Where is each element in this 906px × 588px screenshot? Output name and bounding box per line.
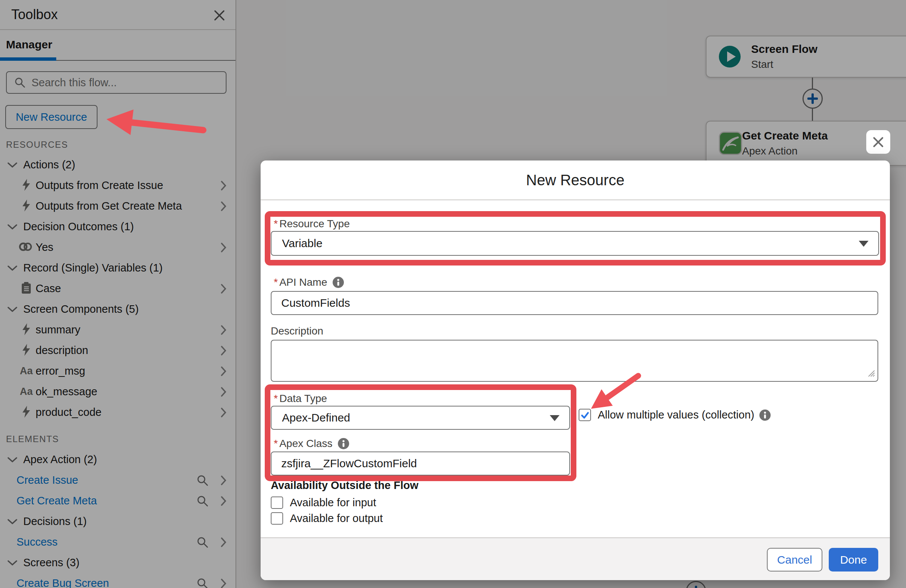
resource-type-value: Variable [282,237,322,250]
new-resource-modal: New Resource * Resource Type Variable * … [261,161,890,580]
available-for-output-checkbox[interactable] [271,512,283,524]
modal-header: New Resource [261,161,890,200]
available-input-row: Available for input [271,497,376,509]
allow-multiple-checkbox[interactable] [579,409,591,421]
required-asterisk: * [274,438,278,449]
resource-type-label: * Resource Type [274,217,350,230]
data-type-select[interactable]: Apex-Defined [271,406,570,430]
apex-class-label: * Apex Class [274,437,349,450]
api-name-input[interactable] [271,291,878,315]
info-icon[interactable] [338,438,349,449]
available-for-output-label: Available for output [290,512,383,524]
data-type-value: Apex-Defined [282,411,350,424]
description-label: Description [271,325,323,338]
available-for-input-checkbox[interactable] [271,497,283,509]
done-button[interactable]: Done [829,548,878,572]
resize-grip-icon[interactable] [866,368,875,379]
modal-title: New Resource [526,172,624,189]
apex-class-input[interactable] [271,451,570,475]
cancel-button[interactable]: Cancel [767,548,822,572]
info-icon[interactable] [333,277,344,288]
chevron-down-icon [859,241,868,247]
resource-type-select[interactable]: Variable [271,231,879,256]
api-name-label: * API Name [274,276,344,289]
available-output-row: Available for output [271,512,383,524]
flow-builder-screen: Toolbox Manager New Resource RESOURCES A… [0,0,906,588]
allow-multiple-label: Allow multiple values (collection) [598,409,754,421]
description-textarea[interactable] [271,340,878,382]
available-for-input-label: Available for input [290,497,376,509]
required-asterisk: * [274,276,278,288]
info-icon[interactable] [759,410,770,421]
chevron-down-icon [550,415,560,421]
modal-footer: Cancel Done [261,537,890,580]
required-asterisk: * [274,218,278,230]
data-type-label: * Data Type [274,392,327,405]
availability-heading: Availability Outside the Flow [271,479,418,492]
modal-close-button[interactable] [866,130,890,154]
required-asterisk: * [274,393,278,405]
allow-multiple-row: Allow multiple values (collection) [579,409,770,421]
